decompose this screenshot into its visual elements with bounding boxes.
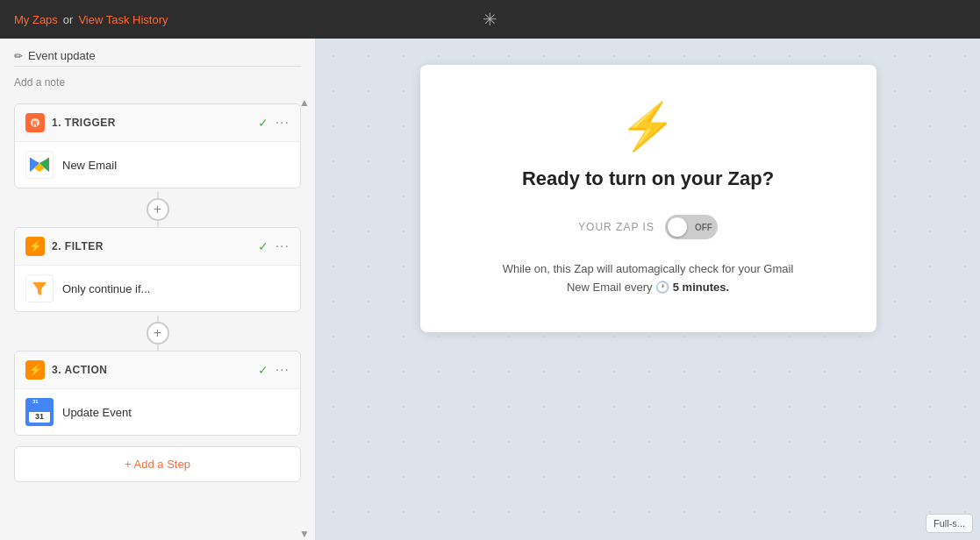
svg-text:31: 31 <box>35 412 44 421</box>
event-update-label: Event update <box>28 49 96 62</box>
zap-ready-title: Ready to turn on your Zap? <box>464 167 833 190</box>
nav-links: My Zaps or View Task History <box>14 13 168 26</box>
action-step-label: 3. ACTION <box>52 364 251 376</box>
action-check-icon: ✓ <box>258 363 268 377</box>
trigger-step-body: New Email <box>15 142 300 188</box>
action-step-body: 31 31 Update Event <box>15 389 300 435</box>
nav-center-icon: ✳ <box>483 9 497 30</box>
svg-text:31: 31 <box>32 399 39 404</box>
filter-service-name: Only continue if... <box>62 282 150 295</box>
add-between-1-2-btn[interactable]: + <box>147 198 169 221</box>
scroll-down-arrow[interactable]: ▼ <box>294 528 315 540</box>
action-step-header: ⚡ 3. ACTION ✓ ··· <box>15 352 300 389</box>
add-note-link[interactable]: Add a note <box>14 76 65 89</box>
edit-icon: ✏ <box>14 50 23 62</box>
zap-info-text: While on, this Zap will automagically ch… <box>464 260 833 297</box>
trigger-badge: R <box>25 113 45 132</box>
connector-2: + <box>14 316 301 351</box>
info-text-3: 5 minutes. <box>673 281 729 294</box>
action-badge: ⚡ <box>25 360 45 380</box>
action-step-card[interactable]: ⚡ 3. ACTION ✓ ··· 31 31 <box>14 351 301 436</box>
nav-or-text: or <box>63 13 74 26</box>
zap-toggle-row: YOUR ZAP IS OFF <box>464 215 833 239</box>
steps-scroll-area[interactable]: ▲ R 1. TRIGGER ✓ ··· <box>0 96 315 540</box>
clock-emoji: 🕐 <box>655 281 673 294</box>
filter-step-card[interactable]: ⚡ 2. FILTER ✓ ··· Only continue if... <box>14 227 301 312</box>
gmail-service-icon <box>25 151 54 179</box>
trigger-check-icon: ✓ <box>258 116 268 130</box>
info-text-2: New Email every <box>567 281 653 294</box>
right-panel: ⚡ Ready to turn on your Zap? YOUR ZAP IS… <box>316 39 980 540</box>
filter-badge: ⚡ <box>25 237 45 256</box>
filter-funnel-icon <box>31 280 48 297</box>
main-area: ✏ Event update Add a note ▲ R 1. TRIGGER <box>0 39 980 540</box>
scroll-up-arrow[interactable]: ▲ <box>294 96 315 109</box>
svg-text:R: R <box>32 119 39 128</box>
filter-step-body: Only continue if... <box>15 266 300 311</box>
action-menu-icon[interactable]: ··· <box>275 362 290 378</box>
header-divider <box>14 66 301 67</box>
trigger-icon: R <box>29 117 41 129</box>
trigger-step-label: 1. TRIGGER <box>52 117 251 129</box>
toggle-knob <box>668 217 687 237</box>
my-zaps-link[interactable]: My Zaps <box>14 13 58 26</box>
filter-menu-icon[interactable]: ··· <box>275 238 290 254</box>
filter-step-header: ⚡ 2. FILTER ✓ ··· <box>15 228 300 266</box>
calendar-service-icon: 31 31 <box>25 398 54 426</box>
lightning-emoji: ⚡ <box>464 100 833 153</box>
trigger-step-card[interactable]: R 1. TRIGGER ✓ ··· <box>14 103 301 188</box>
trigger-service-name: New Email <box>62 159 117 172</box>
left-panel: ✏ Event update Add a note ▲ R 1. TRIGGER <box>0 39 316 540</box>
trigger-step-header: R 1. TRIGGER ✓ ··· <box>15 104 300 142</box>
filter-step-label: 2. FILTER <box>52 240 251 252</box>
add-step-wrapper: + Add a Step <box>14 443 301 482</box>
connector-1: + <box>14 192 301 227</box>
trigger-menu-icon[interactable]: ··· <box>275 115 290 131</box>
gmail-icon <box>30 158 49 172</box>
your-zap-is-label: YOUR ZAP IS <box>578 221 655 233</box>
fullscreen-button[interactable]: Full-s... <box>926 514 973 533</box>
info-text-1: While on, this Zap will automagically ch… <box>503 262 794 275</box>
filter-badge-icon: ⚡ <box>29 240 42 252</box>
add-step-button[interactable]: + Add a Step <box>14 446 301 482</box>
add-between-2-3-btn[interactable]: + <box>147 322 169 345</box>
action-badge-icon: ⚡ <box>29 364 42 376</box>
top-nav: My Zaps or View Task History ✳ <box>0 0 980 39</box>
event-update-row: ✏ Event update <box>14 49 301 62</box>
svg-marker-6 <box>32 282 46 295</box>
calendar-icon: 31 31 <box>25 398 54 426</box>
view-task-history-link[interactable]: View Task History <box>78 13 168 26</box>
toggle-off-label: OFF <box>695 223 712 232</box>
zap-toggle-switch[interactable]: OFF <box>665 215 718 239</box>
zap-ready-card: ⚡ Ready to turn on your Zap? YOUR ZAP IS… <box>420 65 876 332</box>
left-panel-header: ✏ Event update Add a note <box>0 39 315 96</box>
filter-service-icon <box>25 274 54 302</box>
filter-check-icon: ✓ <box>258 239 268 253</box>
action-service-name: Update Event <box>62 406 132 419</box>
